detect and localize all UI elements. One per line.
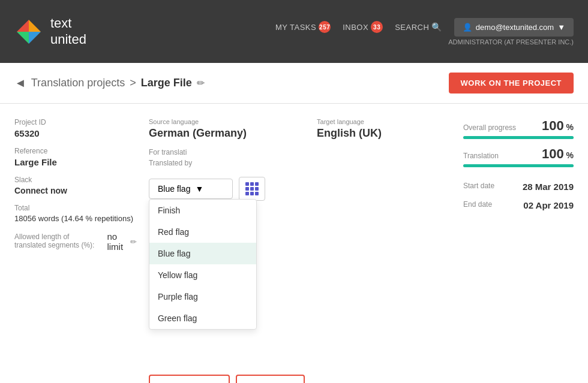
- project-id-value: 65320: [14, 128, 137, 138]
- end-date-label: End date: [463, 200, 492, 209]
- edit-allowed-icon[interactable]: ✏: [130, 237, 137, 246]
- target-language-column: Target language English (UK): [317, 118, 439, 148]
- dropdown-item-red-flag[interactable]: Red flag: [149, 221, 256, 243]
- total-value: 18056 words (14.64 % repetitions): [14, 214, 137, 223]
- header: text united MY TASKS 257 INBOX 33 SEARCH…: [0, 0, 588, 63]
- search-icon: 🔍: [431, 22, 442, 32]
- svg-marker-2: [29, 20, 41, 32]
- allowed-value: no limit: [107, 231, 125, 252]
- translation-progress-label: Translation: [463, 152, 499, 160]
- breadcrumb-parent[interactable]: Translation projects: [31, 77, 125, 89]
- edit-icon[interactable]: ✏: [197, 77, 205, 89]
- flag-dropdown-wrapper: Blue flag ▼ Finish Red flag Blue flag Ye…: [149, 179, 233, 199]
- reference-value: Large File: [14, 157, 137, 167]
- flag-dropdown-button[interactable]: Blue flag ▼: [149, 179, 233, 199]
- project-info-card: Project ID 65320 Reference Large File Sl…: [0, 104, 588, 383]
- user-icon: 👤: [463, 23, 472, 32]
- svg-marker-4: [17, 32, 29, 44]
- user-menu-button[interactable]: 👤 demo@textunited.com ▼: [454, 18, 574, 37]
- back-button[interactable]: ◄: [14, 76, 26, 90]
- target-lang-value: English (UK): [317, 127, 439, 140]
- chevron-down-icon: ▼: [195, 184, 203, 194]
- breadcrumb-current: Large File: [141, 77, 192, 89]
- svg-marker-3: [29, 32, 41, 44]
- flag-dropdown-selected: Blue flag: [158, 184, 190, 194]
- action-buttons-row: GET CURRENT TRANSLATION COMPLETE THE PRO…: [149, 375, 305, 383]
- actions-row: Blue flag ▼ Finish Red flag Blue flag Ye…: [149, 177, 305, 201]
- breadcrumb-bar: ◄ Translation projects > Large File ✏ WO…: [0, 63, 588, 104]
- dropdown-item-green-flag[interactable]: Green flag: [149, 307, 256, 329]
- grid-icon: [245, 182, 259, 195]
- flag-dropdown-menu: Finish Red flag Blue flag Yellow flag Pu…: [149, 199, 257, 330]
- dropdown-item-yellow-flag[interactable]: Yellow flag: [149, 264, 256, 286]
- inbox-nav[interactable]: INBOX 33: [343, 21, 383, 33]
- language-column: Source language German (Germany) For tra…: [149, 118, 305, 383]
- grid-view-button[interactable]: [239, 177, 265, 201]
- progress-column: Overall progress 100 % Translation 100 %: [451, 118, 574, 219]
- overall-progress-label: Overall progress: [463, 123, 516, 132]
- allowed-label: Allowed length of translated segments (%…: [14, 233, 102, 249]
- project-details-column: Project ID 65320 Reference Large File Sl…: [14, 118, 137, 260]
- breadcrumb: ◄ Translation projects > Large File ✏: [14, 76, 205, 90]
- complete-project-button[interactable]: COMPLETE THE PROJECT: [236, 375, 305, 383]
- for-translation-label: For translati: [149, 148, 305, 156]
- admin-label: ADMINISTRATOR (AT PRESENTER INC.): [448, 38, 574, 46]
- translation-progress-bar-bg: [463, 164, 574, 167]
- work-on-project-button[interactable]: WORK ON THE PROJECT: [449, 73, 574, 94]
- slack-label: Slack: [14, 176, 137, 184]
- overall-progress-bar-fill: [463, 136, 574, 139]
- logo-icon: [14, 17, 43, 46]
- translated-by-label: Translated by: [149, 159, 305, 167]
- logo-area: text united: [14, 16, 86, 47]
- connect-now-link[interactable]: Connect now: [14, 186, 137, 195]
- dropdown-item-blue-flag[interactable]: Blue flag: [149, 243, 256, 264]
- search-nav[interactable]: SEARCH 🔍: [395, 22, 442, 32]
- overall-progress-bar-bg: [463, 136, 574, 139]
- breadcrumb-separator: >: [130, 77, 136, 89]
- source-lang-label: Source language: [149, 118, 305, 125]
- overall-progress-value: 100 %: [542, 118, 574, 134]
- my-tasks-badge: 257: [319, 21, 331, 33]
- translation-progress-bar-fill: [463, 164, 574, 167]
- chevron-down-icon: ▼: [557, 23, 565, 32]
- start-date-value: 28 Mar 2019: [523, 182, 574, 192]
- dropdown-item-purple-flag[interactable]: Purple flag: [149, 286, 256, 307]
- start-date-label: Start date: [463, 182, 494, 190]
- dates-section: Start date 28 Mar 2019 End date 02 Apr 2…: [463, 182, 574, 210]
- dropdown-item-finish[interactable]: Finish: [149, 200, 256, 221]
- dropdown-scroll-container[interactable]: Finish Red flag Blue flag Yellow flag Pu…: [149, 200, 256, 329]
- project-id-label: Project ID: [14, 118, 137, 126]
- logo-text: text united: [50, 16, 86, 47]
- total-label: Total: [14, 204, 137, 212]
- target-lang-label: Target language: [317, 118, 439, 125]
- source-lang-value: German (Germany): [149, 127, 305, 140]
- get-current-translation-button[interactable]: GET CURRENT TRANSLATION: [149, 375, 230, 383]
- my-tasks-nav[interactable]: MY TASKS 257: [275, 21, 331, 33]
- header-right: MY TASKS 257 INBOX 33 SEARCH 🔍 👤 demo@te…: [275, 18, 574, 46]
- translation-progress-value: 100 %: [542, 146, 574, 162]
- end-date-value: 02 Apr 2019: [523, 200, 574, 210]
- inbox-badge: 33: [371, 21, 383, 33]
- reference-label: Reference: [14, 147, 137, 155]
- svg-marker-1: [17, 20, 29, 32]
